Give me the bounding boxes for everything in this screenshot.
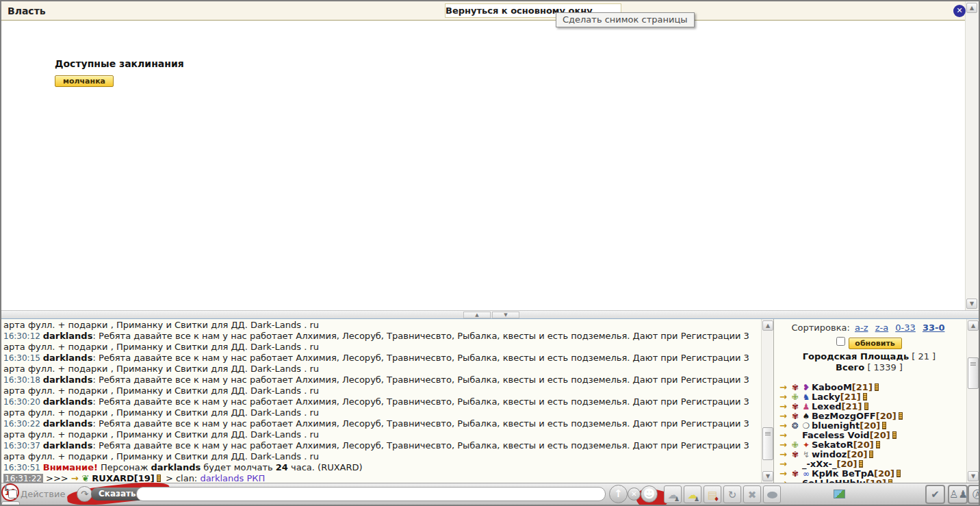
repeat-icon[interactable]: ↷ (77, 486, 92, 502)
sort-az-link[interactable]: a-z (855, 322, 868, 333)
player-info-icon[interactable] (876, 441, 880, 448)
player-info-icon[interactable] (892, 431, 897, 439)
ignore-filter-button[interactable]: ☁♟ (664, 485, 682, 503)
player-name[interactable]: SekatoR (812, 440, 853, 450)
gear-icon: ↯ (801, 450, 812, 459)
clan-web-icon: ❂ (790, 421, 801, 431)
close-icon[interactable]: ✕ (953, 5, 966, 17)
page-title: Власть (8, 5, 46, 16)
smiley-icon[interactable]: ☻ (641, 485, 658, 503)
scroll-down-icon[interactable]: ▼ (966, 299, 977, 309)
player-name[interactable]: windoz (812, 449, 847, 459)
scroll-up-icon[interactable]: ▲ (762, 320, 773, 331)
player-name[interactable]: КрИк ВеТрА (812, 468, 874, 479)
translit-button[interactable]: L R (1, 501, 20, 506)
scroll-down-icon[interactable]: ▼ (762, 471, 773, 481)
clan-cross-icon: ✙ (790, 440, 801, 450)
player-name[interactable]: Lacky (812, 392, 840, 402)
bubble-filter-button[interactable] (763, 485, 781, 503)
player-row[interactable]: →✾♟Lexed[21] (779, 402, 964, 412)
people-button[interactable]: ♙♟ (948, 485, 968, 504)
ignore-filter-active-button[interactable]: ☁♟ (684, 485, 701, 503)
auto-refresh-checkbox[interactable] (836, 337, 845, 346)
player-list: →✾❥KabooM[21]→✙♞Lacky[21]→✾♟Lexed[21]→✾♠… (779, 383, 964, 483)
chat-text: арта фулл. + подарки , Приманку и Свитки… (3, 320, 319, 330)
scroll-up-icon[interactable]: ▲ (966, 3, 977, 13)
arrow-icon: → (779, 459, 787, 469)
silence-spell-button[interactable]: молчанка (55, 75, 114, 87)
player-row[interactable]: →✾∞КрИк ВеТрА[20] (779, 469, 964, 479)
scroll-down-icon[interactable]: ▼ (968, 471, 979, 481)
confirm-button[interactable]: ✔ (925, 485, 945, 504)
player-info-icon[interactable] (859, 460, 863, 468)
sort-level-desc-link[interactable]: 33-0 (923, 322, 945, 333)
chat-input[interactable] (136, 487, 606, 501)
clear-input-icon[interactable]: ✕ (628, 488, 641, 501)
total-label: Всего (836, 362, 864, 372)
main-scrollbar[interactable]: ▲ ▼ (965, 1, 979, 310)
player-info-icon[interactable] (875, 383, 879, 391)
image-toggle-icon[interactable] (834, 490, 845, 498)
chat-text: арта фулл. + подарки , Приманку и Свитки… (3, 364, 319, 374)
player-info-icon[interactable] (864, 403, 868, 410)
scroll-up-icon[interactable]: ▲ (968, 320, 979, 331)
player-row[interactable]: →✙✦SekatoR[20] (779, 440, 964, 450)
player-info-icon[interactable] (869, 451, 873, 458)
player-level: [20] (837, 459, 858, 469)
player-info-icon[interactable] (863, 393, 867, 401)
chat-scrollbar[interactable]: ▲ ▼ (761, 319, 773, 483)
player-name[interactable]: bluenight (812, 420, 860, 431)
online-list-scrollbar[interactable]: ▲ ▼ (966, 319, 979, 483)
action-checkbox[interactable] (8, 490, 17, 498)
player-level: [21] (840, 392, 861, 402)
send-button[interactable]: ↑ (609, 485, 628, 503)
player-name[interactable]: _-xXx-_ (802, 459, 837, 469)
online-scroll-thumb[interactable] (968, 357, 979, 389)
player-name[interactable]: KabooM (812, 382, 852, 392)
chat-timestamp: 16:30:37 (3, 441, 43, 451)
player-row[interactable]: →_-xXx-_[20] (779, 459, 964, 469)
chat-line: арта фулл. + подарки , Приманку и Свитки… (3, 320, 760, 331)
chat-splitter[interactable]: ▲ ▼ (1, 310, 979, 319)
chat-text: : Ребята давайте все к нам у нас работае… (92, 440, 749, 451)
chat-line: 16:30:12 darklands: Ребята давайте все к… (3, 331, 760, 342)
refresh-button[interactable]: обновить (849, 338, 902, 349)
clan-cross-icon: ✙ (790, 392, 801, 402)
chat-log-button[interactable]: ▤♦ (704, 485, 721, 503)
clear-chat-button[interactable]: ✖ (743, 485, 761, 503)
sort-level-asc-link[interactable]: 0-33 (895, 322, 916, 333)
chat-scroll-thumb[interactable] (762, 427, 773, 460)
player-name[interactable]: BezMozgOFF (812, 411, 876, 421)
chat-text: арта фулл. + подарки , Приманку и Свитки… (3, 407, 319, 418)
chat-text: будет молчать (201, 462, 276, 472)
letter-a-icon: Ⓐ (972, 488, 980, 501)
player-row[interactable]: →✾❥KabooM[21] (779, 383, 964, 392)
player-row[interactable]: →✙♞Lacky[21] (779, 392, 964, 402)
chat-text: : Ребята давайте все к нам у нас работае… (92, 331, 749, 341)
player-info-icon[interactable] (882, 422, 886, 429)
chat-line: арта фулл. + подарки , Приманку и Свитки… (3, 429, 760, 440)
refresh-chat-button[interactable]: ↻ (723, 485, 741, 503)
player-info-icon[interactable] (899, 412, 903, 420)
chat-line: 16:30:15 darklands: Ребята давайте все к… (3, 353, 760, 364)
player-row[interactable]: →❂❍bluenight[20] (779, 421, 964, 431)
chat-timestamp: 16:30:15 (3, 353, 43, 363)
splitter-collapse-down-icon[interactable]: ▼ (492, 312, 519, 318)
chat-text: → (71, 473, 81, 483)
sort-za-link[interactable]: z-a (875, 322, 888, 333)
chat-line: 16:30:20 darklands: Ребята давайте все к… (3, 396, 760, 407)
player-level: [20] (876, 411, 897, 421)
snapshot-tooltip: Сделать снимок страницы (556, 12, 695, 27)
player-row[interactable]: →✾♠BezMozgOFF[20] (779, 412, 964, 421)
player-row[interactable]: →✾↯windoz[20] (779, 450, 964, 459)
player-name[interactable]: 6oLLloHHbIu (802, 478, 866, 483)
player-info-icon[interactable] (897, 470, 901, 477)
splitter-collapse-up-icon[interactable]: ▲ (463, 312, 491, 318)
font-button[interactable]: Ⓐ (968, 485, 980, 504)
player-level: [20] (860, 420, 880, 431)
clan-link[interactable]: darklands РКП (200, 473, 265, 483)
player-row[interactable]: →Faceless Void[20] (779, 431, 964, 440)
chat-line: арта фулл. + подарки , Приманку и Свитки… (3, 364, 760, 375)
player-name[interactable]: Faceless Void (802, 430, 870, 440)
player-name[interactable]: Lexed (812, 401, 842, 412)
